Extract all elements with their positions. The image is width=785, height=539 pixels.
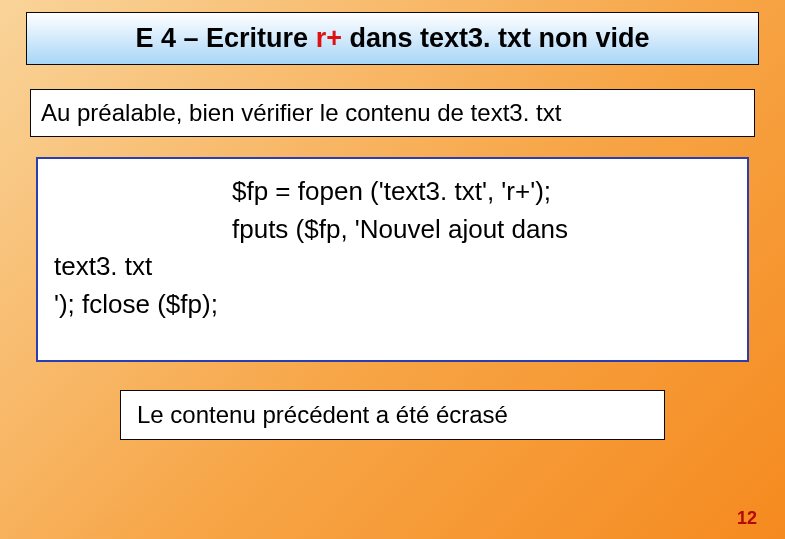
page-number: 12	[737, 508, 757, 529]
title-prefix: E 4 – Ecriture	[136, 23, 316, 53]
code-line-3: text3. txt	[54, 248, 731, 286]
code-line-2: fputs ($fp, 'Nouvel ajout dans	[232, 211, 731, 249]
title-mode: r+	[316, 23, 342, 53]
slide-title: E 4 – Ecriture r+ dans text3. txt non vi…	[26, 12, 759, 65]
code-box: $fp = fopen ('text3. txt', 'r+'); fputs …	[36, 157, 749, 362]
result-text: Le contenu précédent a été écrasé	[137, 401, 508, 428]
title-suffix: dans text3. txt non vide	[342, 23, 650, 53]
code-line-4: '); fclose ($fp);	[54, 286, 731, 324]
result-box: Le contenu précédent a été écrasé	[120, 390, 665, 440]
code-line-1: $fp = fopen ('text3. txt', 'r+');	[232, 173, 731, 211]
subtitle-box: Au préalable, bien vérifier le contenu d…	[30, 89, 755, 137]
subtitle-text: Au préalable, bien vérifier le contenu d…	[41, 99, 561, 126]
